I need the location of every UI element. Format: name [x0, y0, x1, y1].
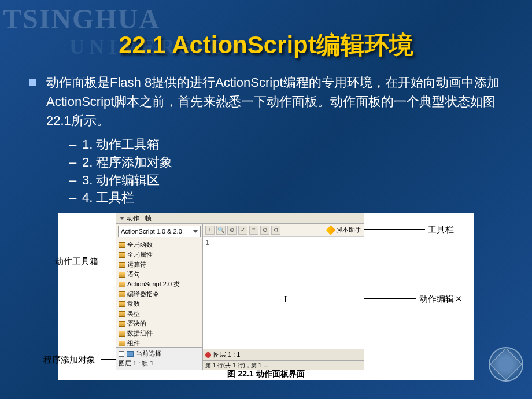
panel-titlebar[interactable]: 动作 - 帧: [116, 213, 364, 224]
version-dropdown[interactable]: ActionScript 1.0 & 2.0: [118, 226, 201, 237]
book-icon: [119, 262, 125, 268]
leader-edit-area: [364, 298, 416, 299]
book-icon: [119, 252, 125, 258]
current-selection-text: 图层 1 : 帧 1: [119, 359, 154, 368]
book-icon: [119, 242, 125, 248]
tree-item[interactable]: 全局属性: [117, 250, 201, 260]
label-toolbar: 工具栏: [428, 224, 454, 235]
wand-icon: [326, 225, 336, 235]
panel-title-text: 动作 - 帧: [127, 214, 152, 223]
find-button[interactable]: 🔍: [216, 226, 226, 235]
tree-label: 类型: [127, 309, 140, 318]
sub-list: 1. 动作工具箱 2. 程序添加对象 3. 动作编辑区 4. 工具栏: [29, 136, 503, 207]
tree-item[interactable]: 语句: [117, 269, 201, 279]
code-hint-button[interactable]: ⊙: [260, 226, 269, 235]
current-selection-header[interactable]: - 当前选择: [119, 349, 200, 359]
add-script-button[interactable]: +: [205, 226, 215, 235]
tree-label: 数据组件: [127, 329, 153, 338]
tree-label: 运算符: [127, 260, 146, 269]
collapse-triangle-icon[interactable]: [120, 217, 124, 220]
debug-button[interactable]: ⚙: [271, 226, 280, 235]
watermark-university: UNIVERSITY: [69, 35, 246, 59]
toolbar-icons: + 🔍 ⊕ ✓ ≡ ⊙ ⚙: [205, 226, 280, 235]
sub-item-2: 2. 程序添加对象: [69, 154, 503, 172]
pin-icon[interactable]: [205, 352, 211, 358]
sub-item-4: 4. 工具栏: [69, 189, 503, 207]
tree-item[interactable]: 编译器指令: [117, 289, 201, 299]
target-button[interactable]: ⊕: [227, 226, 237, 235]
leader-toolbar: [364, 229, 425, 230]
logo-inner-icon: [490, 348, 523, 381]
tree-item[interactable]: 组件: [117, 338, 201, 347]
left-pane: ActionScript 1.0 & 2.0 全局函数 全局属性 运算符 语句 …: [116, 224, 203, 370]
main-paragraph: 动作面板是Flash 8提供的进行ActionScript编程的专用环境，在开始…: [46, 75, 500, 128]
book-icon: [119, 311, 125, 317]
current-selection-item[interactable]: 图层 1 : 帧 1: [119, 359, 200, 368]
right-pane: + 🔍 ⊕ ✓ ≡ ⊙ ⚙ 脚本助手: [203, 224, 364, 370]
figure-area: 动作工具箱 程序添加对象 工具栏 动作编辑区 动作 - 帧 ActionScri…: [58, 213, 474, 380]
status-row: 第 1 行(共 1 行)，第 1 …: [203, 360, 364, 370]
tree-label: 全局属性: [127, 250, 153, 259]
university-logo: [489, 347, 523, 382]
label-toolbox: 动作工具箱: [55, 256, 98, 267]
line-number: 1: [205, 239, 209, 246]
figure-caption: 图 22.1 动作面板界面: [58, 369, 474, 379]
tree-item[interactable]: 类型: [117, 309, 201, 319]
book-icon: [119, 331, 125, 337]
tree-label: 常数: [127, 300, 140, 308]
book-icon: [119, 321, 125, 327]
script-editor[interactable]: 1 I: [203, 237, 364, 349]
editor-toolbar: + 🔍 ⊕ ✓ ≡ ⊙ ⚙ 脚本助手: [203, 224, 364, 237]
actions-panel: 动作 - 帧 ActionScript 1.0 & 2.0 全局函数 全局属性 …: [116, 213, 364, 369]
panel-body: ActionScript 1.0 & 2.0 全局函数 全局属性 运算符 语句 …: [116, 224, 364, 370]
version-text: ActionScript 1.0 & 2.0: [121, 228, 182, 235]
sub-item-3: 3. 动作编辑区: [69, 172, 503, 190]
label-add-target: 程序添加对象: [43, 354, 95, 365]
script-help-label: 脚本助手: [336, 226, 361, 234]
tree-label: 否决的: [127, 319, 146, 328]
tab-label[interactable]: 图层 1 : 1: [213, 350, 240, 359]
book-icon: [119, 282, 125, 287]
tree-item[interactable]: 否决的: [117, 319, 201, 328]
watermark-tsinghua: TSINGHUA: [3, 3, 160, 35]
selection-icon: [127, 351, 134, 357]
book-icon: [119, 341, 125, 346]
main-paragraph-wrap: 动作面板是Flash 8提供的进行ActionScript编程的专用环境，在开始…: [29, 73, 503, 130]
tree-item[interactable]: ActionScript 2.0 类: [117, 279, 201, 289]
tree-label: ActionScript 2.0 类: [127, 280, 180, 289]
status-text: 第 1 行(共 1 行)，第 1 …: [205, 361, 269, 370]
label-edit-area: 动作编辑区: [419, 294, 463, 305]
tree-item[interactable]: 常数: [117, 299, 201, 309]
editor-tab-row: 图层 1 : 1: [203, 349, 364, 360]
collapse-icon[interactable]: -: [119, 351, 124, 357]
content-area: 动作面板是Flash 8提供的进行ActionScript编程的专用环境，在开始…: [0, 73, 532, 380]
tree-item[interactable]: 数据组件: [117, 328, 201, 338]
sub-item-1: 1. 动作工具箱: [69, 136, 503, 154]
tree-label: 编译器指令: [127, 290, 159, 298]
book-icon: [119, 301, 125, 307]
tree-item[interactable]: 全局函数: [117, 240, 201, 250]
current-selection-label: 当前选择: [136, 349, 161, 358]
text-cursor-icon: I: [284, 294, 287, 305]
check-syntax-button[interactable]: ✓: [238, 226, 247, 235]
book-icon: [119, 272, 125, 278]
actions-tree[interactable]: 全局函数 全局属性 运算符 语句 ActionScript 2.0 类 编译器指…: [116, 239, 202, 347]
book-icon: [119, 291, 125, 297]
auto-format-button[interactable]: ≡: [249, 226, 258, 235]
tree-label: 语句: [127, 270, 140, 279]
tree-item[interactable]: 运算符: [117, 260, 201, 269]
tree-label: 组件: [127, 339, 140, 347]
script-assist-toggle[interactable]: 脚本助手: [327, 226, 361, 234]
current-selection-pane: - 当前选择 图层 1 : 帧 1: [116, 347, 202, 370]
tree-label: 全局函数: [127, 241, 153, 249]
square-bullet-icon: [29, 79, 36, 86]
dropdown-arrow-icon: [193, 230, 198, 233]
